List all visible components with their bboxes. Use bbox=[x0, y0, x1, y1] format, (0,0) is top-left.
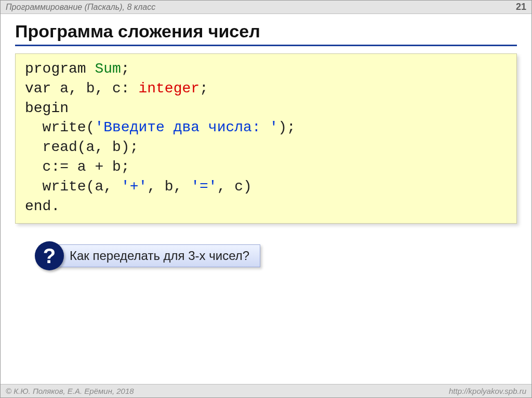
question-callout: ? Как переделать для 3-х чисел? bbox=[35, 241, 517, 270]
page-number: 21 bbox=[516, 2, 526, 12]
string-plus: '+' bbox=[121, 179, 147, 195]
write2b: , b, bbox=[147, 179, 191, 195]
slide: Программирование (Паскаль), 8 класс 21 П… bbox=[0, 0, 532, 398]
kw-begin: begin bbox=[25, 100, 69, 116]
page-title: Программа сложения чисел bbox=[15, 21, 517, 46]
kw-program: program bbox=[25, 61, 86, 77]
indent3 bbox=[25, 159, 43, 175]
semi: ; bbox=[121, 61, 130, 77]
string-prompt: 'Введите два числа: ' bbox=[95, 119, 278, 135]
var-list: a, b, c: bbox=[51, 80, 138, 97]
type-integer: integer bbox=[138, 80, 200, 97]
assign-stmt: c:= a + b; bbox=[43, 159, 130, 175]
read-stmt: read(a, b); bbox=[43, 139, 139, 155]
header-bar: Программирование (Паскаль), 8 класс 21 bbox=[1, 1, 531, 14]
semi2: ; bbox=[200, 80, 208, 97]
header-left: Программирование (Паскаль), 8 класс bbox=[6, 3, 155, 12]
indent4 bbox=[25, 179, 43, 195]
string-eq: '=' bbox=[191, 179, 217, 195]
footer-copyright: © К.Ю. Поляков, Е.А. Ерёмин, 2018 bbox=[6, 387, 134, 395]
footer-bar: © К.Ю. Поляков, Е.А. Ерёмин, 2018 http:/… bbox=[1, 384, 531, 397]
question-text: Как переделать для 3-х чисел? bbox=[54, 244, 260, 267]
indent1 bbox=[25, 119, 43, 135]
question-mark-icon: ? bbox=[35, 241, 64, 270]
write1b: ); bbox=[278, 119, 296, 135]
write2a: write(a, bbox=[43, 179, 121, 195]
program-name: Sum bbox=[95, 61, 121, 77]
footer-url: http://kpolyakov.spb.ru bbox=[449, 387, 526, 395]
kw-end: end. bbox=[25, 198, 60, 214]
write2c: , c) bbox=[217, 179, 252, 195]
content-area: Программа сложения чисел program Sum; va… bbox=[1, 14, 531, 384]
indent2 bbox=[25, 139, 43, 155]
write1a: write( bbox=[43, 119, 95, 135]
kw-var: var bbox=[25, 80, 51, 97]
code-block: program Sum; var a, b, c: integer; begin… bbox=[15, 53, 517, 224]
